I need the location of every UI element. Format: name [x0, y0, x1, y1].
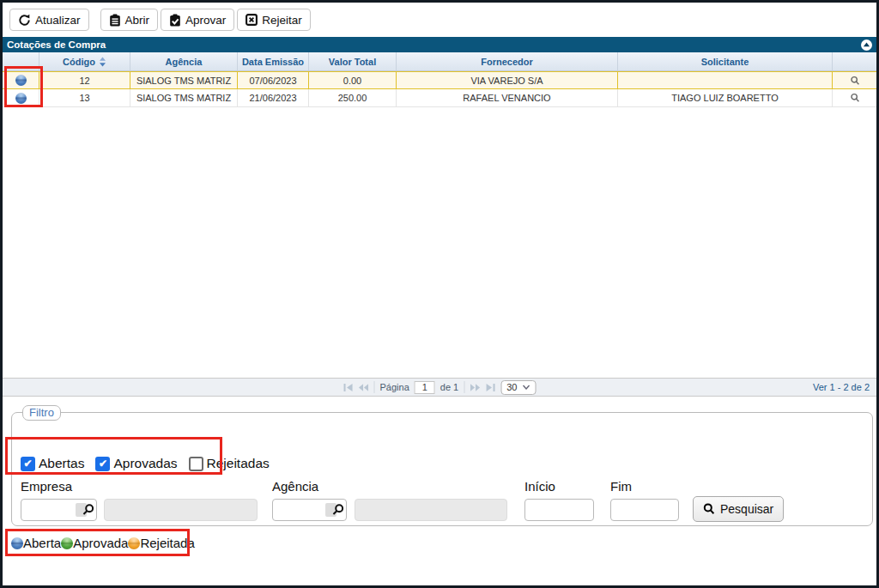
empresa-search-icon[interactable]	[82, 503, 95, 520]
refresh-icon	[18, 14, 31, 27]
checkbox-aprovadas-box[interactable]	[95, 457, 110, 471]
row2-codigo: 13	[39, 89, 130, 107]
table-row-2[interactable]: 13 SIALOG TMS MATRIZ 21/06/2023 250.00 R…	[3, 89, 876, 107]
empresa-label: Empresa	[21, 479, 72, 494]
collapse-panel-button[interactable]	[861, 39, 872, 51]
reject-button-label: Rejeitar	[262, 14, 302, 27]
last-page-icon	[485, 383, 495, 392]
header-actions-column	[833, 52, 876, 70]
pager-divider	[374, 381, 375, 393]
header-valor-total[interactable]: Valor Total	[309, 52, 397, 70]
status-legend: Aberta Aprovada Rejeitada	[11, 536, 195, 550]
prev-page-icon	[359, 383, 369, 392]
pager-page-label: Página	[380, 382, 409, 392]
status-filter-checkboxes: Abertas Aprovadas Rejeitadas	[21, 456, 270, 471]
magnifier-icon	[850, 76, 860, 86]
collapse-up-icon	[861, 39, 872, 51]
x-box-icon	[246, 14, 258, 26]
row1-status-cell	[3, 71, 39, 89]
magnifier-icon	[850, 93, 860, 103]
fim-label: Fim	[610, 479, 632, 494]
open-button-label: Abrir	[125, 14, 150, 27]
header-codigo[interactable]: Código	[39, 52, 130, 70]
next-page-icon	[470, 383, 480, 392]
checkbox-abertas[interactable]: Abertas	[21, 456, 84, 471]
header-solicitante[interactable]: Solicitante	[618, 52, 833, 70]
filter-fieldset: Filtro Abertas Aprovadas Rejeitadas Empr…	[11, 412, 873, 526]
aprovada-status-icon	[61, 537, 73, 549]
agencia-search-icon[interactable]	[331, 503, 345, 520]
refresh-button[interactable]: Atualizar	[9, 9, 89, 31]
checkbox-aprovadas[interactable]: Aprovadas	[95, 456, 177, 471]
reject-button[interactable]: Rejeitar	[237, 9, 311, 31]
pager-controls: Página de 1 30	[343, 380, 536, 395]
approve-button[interactable]: Aprovar	[161, 9, 234, 31]
empresa-lookup	[21, 499, 97, 521]
chevron-down-icon	[522, 385, 530, 390]
pager-of-label: de 1	[440, 382, 458, 392]
clipboard-check-icon	[169, 14, 181, 27]
checkbox-rejeitadas-box[interactable]	[189, 457, 203, 471]
row2-fornecedor: RAFAEL VENANCIO	[397, 89, 618, 107]
agencia-description-field	[355, 499, 507, 521]
grid-pager: Página de 1 30 Ver 1 - 2 de 2	[3, 378, 876, 397]
agencia-label: Agência	[272, 479, 318, 494]
status-aberta-icon	[15, 75, 27, 86]
refresh-button-label: Atualizar	[35, 14, 81, 27]
agencia-lookup	[272, 499, 347, 521]
rejeitada-legend-label: Rejeitada	[140, 536, 194, 550]
header-fornecedor[interactable]: Fornecedor	[397, 52, 618, 70]
next-page-button[interactable]	[470, 383, 480, 392]
header-data-emissao[interactable]: Data Emissão	[238, 52, 309, 70]
panel-titlebar: Cotações de Compra	[3, 37, 876, 52]
row1-solicitante	[618, 71, 833, 89]
row1-codigo: 12	[39, 71, 130, 89]
first-page-icon	[343, 383, 354, 392]
checkbox-abertas-label: Abertas	[39, 456, 84, 471]
search-button[interactable]: Pesquisar	[693, 496, 784, 522]
rejeitada-status-icon	[128, 537, 140, 549]
header-status-column	[3, 52, 39, 70]
pager-divider	[464, 381, 464, 393]
row1-agencia: SIALOG TMS MATRIZ	[130, 71, 238, 89]
table-header-row: Código Agência Data Emissão Valor Total …	[3, 52, 876, 71]
checkbox-rejeitadas[interactable]: Rejeitadas	[189, 456, 270, 471]
header-agencia[interactable]: Agência	[130, 52, 238, 70]
filter-legend: Filtro	[22, 405, 61, 421]
page-size-select[interactable]: 30	[500, 380, 536, 395]
checkbox-aprovadas-label: Aprovadas	[113, 456, 177, 471]
app-window: Atualizar Abrir Aprovar Rejeitar Cotaçõe…	[0, 0, 879, 588]
page-size-value: 30	[506, 382, 517, 392]
status-aberta-icon	[15, 93, 27, 104]
page-number-input[interactable]	[415, 381, 435, 394]
aprovada-legend-label: Aprovada	[73, 536, 128, 550]
row2-agencia: SIALOG TMS MATRIZ	[130, 89, 238, 107]
inicio-label: Início	[524, 479, 555, 494]
clipboard-icon	[109, 14, 121, 27]
first-page-button[interactable]	[343, 383, 354, 392]
row1-detail-button[interactable]	[833, 71, 876, 89]
open-button[interactable]: Abrir	[100, 9, 159, 31]
checkbox-rejeitadas-label: Rejeitadas	[207, 456, 270, 471]
inicio-date-input[interactable]	[524, 499, 594, 521]
row1-fornecedor: VIA VAREJO S/A	[397, 71, 618, 89]
records-info: Ver 1 - 2 de 2	[813, 382, 870, 392]
empresa-description-field	[104, 499, 258, 521]
row2-valor-total: 250.00	[309, 89, 397, 107]
table-row-1[interactable]: 12 SIALOG TMS MATRIZ 07/06/2023 0.00 VIA…	[3, 71, 876, 89]
search-icon	[703, 503, 715, 515]
toolbar: Atualizar Abrir Aprovar Rejeitar	[3, 3, 876, 37]
panel-title: Cotações de Compra	[7, 39, 106, 50]
sort-icon[interactable]	[99, 57, 106, 67]
row2-status-cell	[3, 89, 39, 107]
checkbox-abertas-box[interactable]	[21, 457, 35, 471]
prev-page-button[interactable]	[359, 383, 369, 392]
row2-data-emissao: 21/06/2023	[238, 89, 309, 107]
fim-date-input[interactable]	[610, 499, 679, 521]
row1-data-emissao: 07/06/2023	[238, 71, 309, 89]
last-page-button[interactable]	[485, 383, 495, 392]
aberta-status-icon	[11, 537, 23, 549]
row2-solicitante: TIAGO LUIZ BOARETTO	[618, 89, 833, 107]
header-codigo-label: Código	[63, 57, 95, 67]
row2-detail-button[interactable]	[833, 89, 876, 107]
